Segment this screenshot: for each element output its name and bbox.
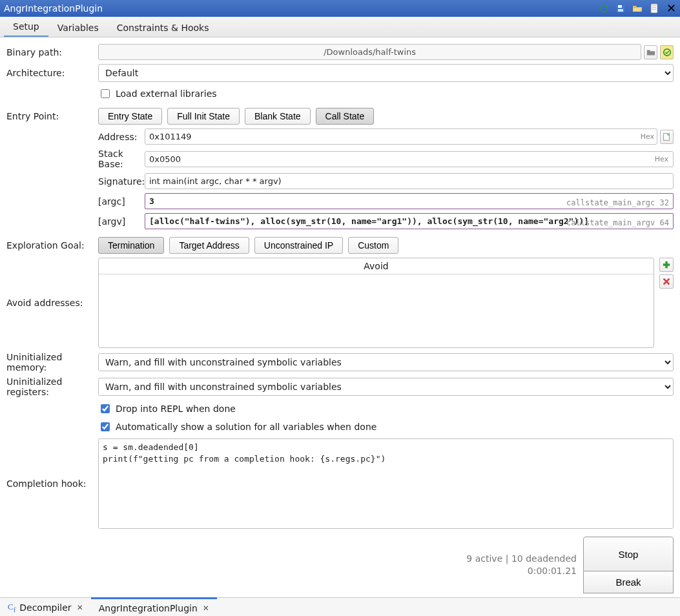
argc-input[interactable]: 3 [149, 196, 154, 206]
tab-variables[interactable]: Variables [48, 19, 108, 37]
load-external-label: Load external libraries [116, 88, 217, 99]
full-init-state-button[interactable]: Full Init State [167, 108, 240, 125]
argc-label: [argc] [98, 196, 145, 207]
signature-label: Signature: [98, 176, 145, 187]
save-icon[interactable] [613, 1, 628, 15]
completion-hook-label: Completion hook: [6, 478, 98, 489]
auto-solution-label: Automatically show a solution for all va… [116, 422, 376, 432]
decompiler-icon: Cf [8, 602, 15, 613]
dock-tab-decompiler[interactable]: Cf Decompiler ✕ [0, 598, 91, 616]
unconstrained-ip-button[interactable]: Unconstrained IP [254, 237, 343, 254]
avoid-column-header: Avoid [99, 258, 654, 274]
status-elapsed-time: 0:00:01.21 [466, 565, 577, 577]
dock-tab-plugin-label: AngrIntegrationPlugin [99, 603, 198, 613]
auto-solution-checkbox[interactable]: Automatically show a solution for all va… [98, 419, 376, 435]
stack-base-input[interactable] [145, 151, 674, 167]
uninit-registers-select[interactable]: Warn, and fill with unconstrained symbol… [98, 378, 674, 396]
address-picker-icon[interactable] [660, 130, 674, 144]
load-external-checkbox[interactable]: Load external libraries [98, 86, 217, 101]
architecture-label: Architecture: [6, 68, 98, 78]
blank-state-button[interactable]: Blank State [245, 108, 311, 125]
drop-repl-checkbox[interactable]: Drop into REPL when done [98, 401, 236, 416]
binary-path-input[interactable] [98, 44, 641, 60]
uninit-registers-label: Uninitialized registers: [6, 376, 98, 397]
status-active-deadended: 9 active | 10 deadended [466, 553, 577, 565]
dock-tab-plugin[interactable]: AngrIntegrationPlugin ✕ [91, 597, 217, 616]
signature-input[interactable] [145, 173, 674, 189]
stack-base-label: Stack Base: [98, 149, 145, 169]
run-status: 9 active | 10 deadended 0:00:01.21 [466, 553, 577, 577]
exploration-goal-label: Exploration Goal: [6, 240, 98, 251]
document-icon[interactable] [647, 1, 661, 15]
window-titlebar: AngrIntegrationPlugin ✕ [0, 0, 680, 17]
stop-button[interactable]: Stop [583, 537, 674, 571]
address-input[interactable] [145, 128, 657, 145]
remove-avoid-icon[interactable] [659, 274, 674, 289]
uninit-memory-select[interactable]: Warn, and fill with unconstrained symbol… [98, 353, 674, 371]
close-icon[interactable]: ✕ [666, 3, 676, 14]
open-folder-icon[interactable] [630, 1, 644, 15]
tab-setup[interactable]: Setup [4, 17, 48, 37]
svg-rect-10 [663, 263, 670, 266]
binary-path-label: Binary path: [6, 47, 98, 57]
completion-hook-textarea[interactable]: s = sm.deadended[0] print(f"getting pc f… [98, 438, 674, 529]
dock-tabstrip: Cf Decompiler ✕ AngrIntegrationPlugin ✕ [0, 597, 680, 616]
close-tab-icon[interactable]: ✕ [77, 603, 83, 612]
entry-state-button[interactable]: Entry State [98, 108, 162, 125]
address-label: Address: [98, 132, 145, 142]
clear-path-icon[interactable] [660, 45, 674, 59]
close-tab-icon[interactable]: ✕ [203, 604, 209, 613]
svg-rect-1 [618, 5, 622, 8]
avoid-addresses-label: Avoid addresses: [6, 298, 98, 308]
avoid-addresses-list[interactable]: Avoid [98, 258, 654, 348]
argv-input[interactable]: [alloc("half-twins"), alloc(sym_str(10, … [149, 216, 589, 226]
dock-tab-decompiler-label: Decompiler [19, 602, 71, 613]
argv-label: [argv] [98, 216, 145, 227]
svg-rect-3 [651, 4, 657, 13]
svg-rect-2 [618, 9, 623, 12]
add-avoid-icon[interactable] [659, 258, 674, 272]
primary-tabstrip: Setup Variables Constraints & Hooks [0, 17, 680, 37]
refresh-icon[interactable] [597, 1, 611, 15]
architecture-select[interactable]: Default [98, 64, 674, 82]
argv-symbol-tag: callstate_main_argv 64 [566, 218, 669, 227]
target-address-button[interactable]: Target Address [169, 237, 249, 254]
break-button[interactable]: Break [583, 571, 674, 593]
call-state-button[interactable]: Call State [316, 108, 375, 125]
termination-button[interactable]: Termination [98, 237, 164, 254]
drop-repl-label: Drop into REPL when done [116, 404, 236, 414]
browse-folder-icon[interactable] [644, 45, 657, 59]
tab-constraints-hooks[interactable]: Constraints & Hooks [108, 19, 218, 37]
uninit-memory-label: Uninitialized memory: [6, 352, 98, 373]
window-title: AngrIntegrationPlugin [4, 3, 597, 14]
entry-point-label: Entry Point: [6, 111, 98, 121]
argc-symbol-tag: callstate_main_argc 32 [566, 198, 669, 207]
custom-button[interactable]: Custom [348, 237, 398, 254]
